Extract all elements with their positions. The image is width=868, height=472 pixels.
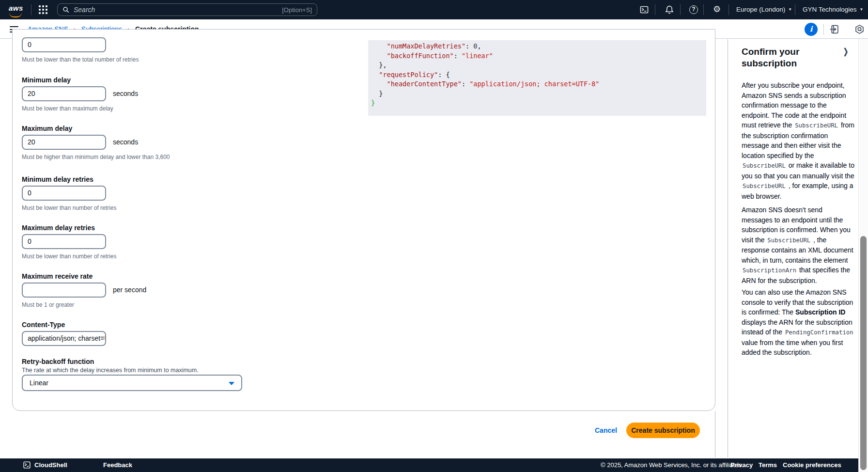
- cloudshell-terminal-icon: [23, 461, 31, 469]
- code-line: }: [371, 98, 706, 108]
- maximum-delay-retries-input[interactable]: 0: [22, 234, 106, 249]
- nav-divider: [795, 4, 795, 15]
- maximum-receive-rate-helper: Must be 1 or greater: [22, 301, 74, 308]
- notifications-bell-icon[interactable]: [665, 5, 674, 15]
- aws-logo[interactable]: aws: [9, 4, 23, 13]
- footer-bar: CloudShell Feedback © 2025, Amazon Web S…: [0, 458, 868, 472]
- content-type-input[interactable]: application/json; charset=UTF-8: [22, 331, 106, 346]
- maximum-delay-retries-label: Maximum delay retries: [22, 224, 95, 232]
- cloudshell-label: CloudShell: [34, 461, 67, 469]
- help-panel-collapse-chevron-icon[interactable]: ❯: [843, 47, 849, 57]
- code-line: },: [371, 61, 706, 70]
- retry-backoff-selected-value: Linear: [30, 379, 48, 387]
- inline-code: SubscribeURL: [742, 162, 787, 169]
- inline-code: SubscribeURL: [766, 237, 811, 244]
- maximum-receive-rate-input[interactable]: [22, 283, 106, 298]
- maximum-delay-retries-helper: Must be lower than number of retries: [22, 253, 116, 260]
- terms-link[interactable]: Terms: [759, 461, 777, 469]
- retry-backoff-select[interactable]: Linear: [22, 375, 242, 391]
- number-of-retries-input[interactable]: 0: [22, 37, 106, 52]
- search-icon: [62, 6, 70, 14]
- chevron-down-icon: ▼: [788, 7, 792, 12]
- help-paragraph: Amazon SNS doesn't send messages to an e…: [742, 205, 855, 285]
- top-navigation: aws Search [Option+S]: [0, 0, 868, 19]
- bold-text: Subscription ID: [795, 308, 845, 316]
- help-panel: Confirm your subscription ❯ After you su…: [728, 39, 858, 457]
- maximum-receive-rate-suffix: per second: [113, 286, 146, 294]
- help-icon[interactable]: ?: [689, 5, 699, 15]
- aws-console-window: aws Search [Option+S]: [0, 0, 868, 472]
- minimum-delay-suffix: seconds: [113, 90, 138, 97]
- search-shortcut: [Option+S]: [282, 6, 312, 14]
- minimum-delay-retries-helper: Must be lower than number of retries: [22, 205, 116, 211]
- search-input[interactable]: Search [Option+S]: [57, 3, 317, 16]
- minimum-delay-retries-input[interactable]: 0: [22, 186, 106, 201]
- nav-divider: [728, 4, 729, 15]
- maximum-delay-suffix: seconds: [113, 138, 138, 146]
- chevron-down-icon: ▼: [860, 7, 864, 12]
- account-menu[interactable]: GYN Technologies ▼: [803, 6, 864, 13]
- minimum-delay-input[interactable]: 20: [22, 86, 106, 101]
- search-placeholder: Search: [74, 6, 282, 14]
- panel-divider: [715, 411, 715, 457]
- nav-divider: [31, 4, 31, 15]
- resources-journal-icon[interactable]: [829, 24, 839, 34]
- amazon-q-hexagon-icon[interactable]: [854, 24, 865, 34]
- aws-logo-text: aws: [9, 4, 23, 12]
- code-line: "headerContentType": "application/json; …: [371, 79, 706, 89]
- nav-divider: [703, 4, 704, 15]
- field-helper: Must be lower than the total number of r…: [22, 56, 139, 63]
- region-label: Europe (London): [736, 6, 785, 13]
- crumb-divider: [823, 24, 824, 35]
- nav-divider: [680, 4, 681, 15]
- minimum-delay-helper: Must be lower than maximum delay: [22, 105, 113, 112]
- maximum-delay-helper: Must be higher than minimum delay and lo…: [22, 154, 170, 160]
- content-type-label: Content-Type: [22, 321, 65, 329]
- window-scrollbar-track[interactable]: [858, 39, 868, 472]
- minimum-delay-retries-label: Minimum delay retries: [22, 175, 93, 183]
- retry-backoff-label: Retry-backoff function: [22, 358, 94, 365]
- services-grid-icon[interactable]: [39, 5, 47, 14]
- create-subscription-button[interactable]: Create subscription: [626, 423, 700, 438]
- window-scrollbar-thumb[interactable]: [860, 236, 867, 470]
- aws-logo-swoosh: [9, 12, 22, 17]
- code-line: "backoffFunction": "linear": [371, 51, 706, 61]
- maximum-delay-input[interactable]: 20: [22, 135, 106, 150]
- privacy-link[interactable]: Privacy: [730, 461, 753, 469]
- code-preview[interactable]: "numMaxDelayRetries": 0, "backoffFunctio…: [368, 40, 706, 116]
- inline-code: SubscriptionArn: [742, 267, 797, 274]
- code-line: "requestPolicy": {: [371, 70, 706, 80]
- settings-gear-icon[interactable]: ⚙: [713, 4, 723, 14]
- retry-backoff-description: The rate at which the delay increases fr…: [22, 367, 199, 374]
- cloudshell-footer-button[interactable]: CloudShell: [23, 461, 67, 469]
- feedback-button[interactable]: Feedback: [103, 461, 132, 469]
- info-panel-toggle-icon[interactable]: i: [805, 23, 818, 36]
- cancel-button[interactable]: Cancel: [595, 426, 617, 434]
- maximum-delay-label: Maximum delay: [22, 125, 72, 132]
- help-paragraph: After you subscribe your endpoint, Amazo…: [742, 80, 855, 201]
- inline-code: SubscribeURL: [742, 183, 787, 189]
- maximum-receive-rate-label: Maximum receive rate: [22, 272, 93, 280]
- region-selector[interactable]: Europe (London) ▼: [736, 6, 792, 13]
- account-label: GYN Technologies: [803, 6, 857, 13]
- inline-code: SubscribeURL: [794, 122, 839, 129]
- inline-code: PendingConfirmation: [784, 329, 854, 336]
- main-content: 0 Must be lower than the total number of…: [0, 39, 868, 472]
- help-paragraph: You can also use the Amazon SNS console …: [742, 287, 855, 358]
- code-line: }: [371, 89, 706, 99]
- cloudshell-terminal-icon[interactable]: [639, 5, 649, 15]
- copyright-text: © 2025, Amazon Web Services, Inc. or its…: [601, 461, 744, 469]
- minimum-delay-label: Minimum delay: [22, 76, 71, 84]
- code-line: "numMaxDelayRetries": 0,: [371, 42, 706, 51]
- select-caret-icon: [229, 382, 234, 385]
- nav-divider: [655, 4, 655, 15]
- cookie-preferences-link[interactable]: Cookie preferences: [783, 461, 841, 469]
- help-panel-title: Confirm your subscription: [742, 46, 838, 69]
